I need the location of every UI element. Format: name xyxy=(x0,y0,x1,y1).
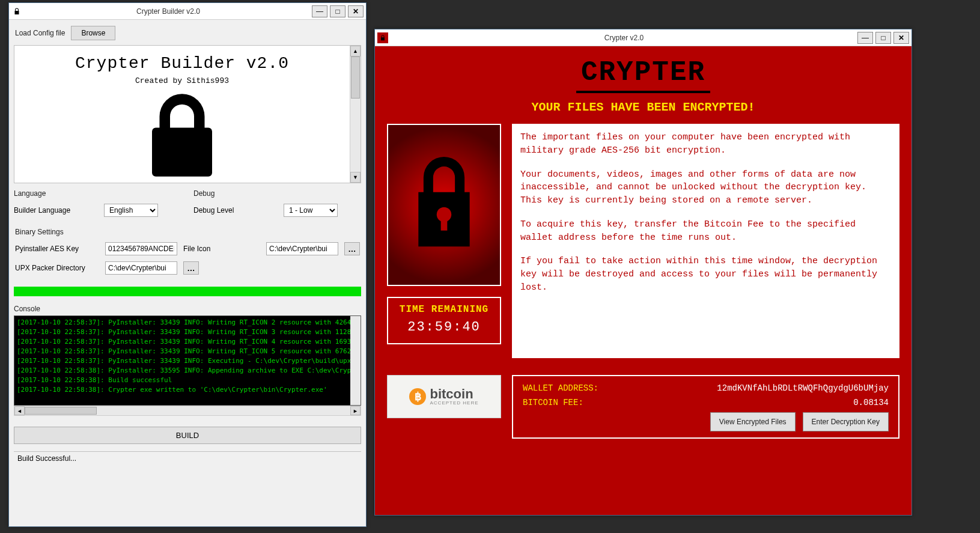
lock-icon xyxy=(377,32,388,43)
header-scrollbar[interactable]: ▲ ▼ xyxy=(350,46,361,183)
timer-card: TIME REMAINING 23:59:40 xyxy=(387,297,501,344)
progress-bar xyxy=(14,287,361,296)
console-output: [2017-10-10 22:58:37]: PyInstaller: 3343… xyxy=(14,315,361,406)
wallet-box: WALLET ADDRESS: 12mdKVNfAhLbRDLtRWQFhQgy… xyxy=(512,375,899,439)
bitcoin-icon: ฿ xyxy=(409,388,426,405)
aes-key-label: Pyinstaller AES Key xyxy=(15,245,99,253)
console-scrollbar-h[interactable]: ◄ ► xyxy=(14,406,361,416)
ransom-brand: CRYPTER xyxy=(576,57,710,93)
close-button[interactable]: ✕ xyxy=(893,32,909,44)
console-scrollbar-v[interactable] xyxy=(350,316,361,405)
upx-input[interactable] xyxy=(105,261,177,275)
ransom-titlebar: Crypter v2.0 — □ ✕ xyxy=(375,29,912,46)
bitcoin-badge: ฿ bitcoin ACCEPTED HERE xyxy=(387,375,501,418)
header-author: Created by Sithis993 xyxy=(14,76,350,85)
header-card: Crypter Builder v2.0 Created by Sithis99… xyxy=(14,45,361,183)
bitcoin-fee-value: 0.08134 xyxy=(853,398,889,407)
console-label: Console xyxy=(14,305,361,313)
aes-key-input[interactable] xyxy=(105,242,177,255)
bitcoin-fee-label: BITCOIN FEE: xyxy=(523,398,583,407)
close-button[interactable]: ✕ xyxy=(348,5,364,17)
maximize-button[interactable]: □ xyxy=(330,5,345,17)
enter-decryption-key-button[interactable]: Enter Decryption Key xyxy=(803,412,889,431)
debug-level-select[interactable]: 1 - Low xyxy=(284,204,338,217)
builder-window: Crypter Builder v2.0 — □ ✕ Load Config f… xyxy=(8,2,367,527)
lock-icon xyxy=(11,6,22,17)
ransom-message: The important files on your computer hav… xyxy=(512,124,899,358)
status-bar: Build Successful... xyxy=(14,451,361,465)
upx-label: UPX Packer Directory xyxy=(15,264,99,272)
maximize-button[interactable]: □ xyxy=(875,32,891,44)
wallet-address-value: 12mdKVNfAhLbRDLtRWQFhQgydgU6bUMjay xyxy=(717,383,889,393)
builder-language-select[interactable]: English xyxy=(104,204,158,217)
timer-label: TIME REMAINING xyxy=(391,304,498,315)
ransom-window: Crypter v2.0 — □ ✕ CRYPTER YOUR FILES HA… xyxy=(374,29,912,516)
ransom-subtitle: YOUR FILES HAVE BEEN ENCRYPTED! xyxy=(387,100,899,114)
debug-level-label: Debug Level xyxy=(193,206,278,215)
minimize-button[interactable]: — xyxy=(857,32,873,44)
binary-settings-label: Binary Settings xyxy=(15,228,360,236)
file-icon-label: File Icon xyxy=(183,245,225,253)
debug-section-label: Debug xyxy=(193,189,361,198)
wallet-address-label: WALLET ADDRESS: xyxy=(523,383,598,393)
timer-value: 23:59:40 xyxy=(391,320,498,335)
builder-titlebar: Crypter Builder v2.0 — □ ✕ xyxy=(9,3,366,20)
browse-button[interactable]: Browse xyxy=(71,26,115,40)
load-config-label: Load Config file xyxy=(15,29,65,37)
file-icon-input[interactable] xyxy=(266,242,338,255)
svg-rect-1 xyxy=(441,216,448,231)
header-title: Crypter Builder v2.0 xyxy=(14,54,350,73)
ransom-lock-card xyxy=(387,124,501,286)
file-icon-browse-button[interactable]: … xyxy=(344,242,360,255)
builder-language-label: Builder Language xyxy=(14,206,98,215)
view-encrypted-files-button[interactable]: View Encrypted Files xyxy=(710,412,796,431)
lock-icon xyxy=(14,90,350,183)
ransom-title: Crypter v2.0 xyxy=(391,34,857,42)
language-section-label: Language xyxy=(14,189,181,198)
upx-browse-button[interactable]: … xyxy=(183,261,199,275)
builder-title: Crypter Builder v2.0 xyxy=(25,7,312,16)
build-button[interactable]: BUILD xyxy=(14,427,361,444)
minimize-button[interactable]: — xyxy=(312,5,327,17)
